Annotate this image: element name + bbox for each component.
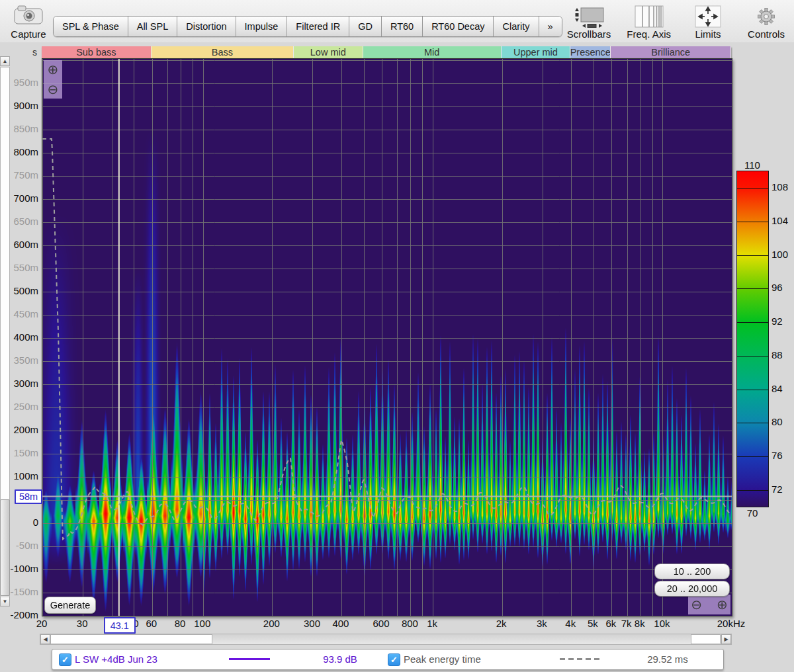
controls-label: Controls	[748, 28, 785, 40]
frequency-band-strip: Sub bassBassLow midMidUpper midPresenceB…	[42, 46, 731, 58]
colorbar-tick-label: 96	[772, 282, 783, 293]
colorbar-tick-label: 108	[772, 181, 788, 192]
x-tick-label: 30	[77, 618, 88, 629]
view-tab[interactable]: Filtered IR	[287, 17, 349, 36]
measurement-legend-bar: ✓ L SW +4dB Jun 23 93.9 dB ✓ Peak energy…	[52, 649, 724, 670]
range-button-20-20000[interactable]: 20 .. 20,000	[654, 581, 730, 597]
colorbar-tick-label: 100	[772, 249, 788, 260]
view-tab-bar: SPL & PhaseAll SPLDistortionImpulseFilte…	[53, 16, 562, 37]
colorbar-tick	[737, 423, 768, 423]
zoom-in-icon[interactable]: ⊕	[717, 598, 728, 611]
band-mid: Mid	[363, 46, 502, 58]
x-tick-label: 300	[304, 618, 320, 629]
x-tick-label: 7k	[621, 618, 632, 629]
colorbar-tick-label: 72	[772, 483, 783, 495]
x-tick-label: 200	[263, 618, 280, 629]
view-tab[interactable]: SPL & Phase	[54, 17, 128, 36]
x-tick-label: 20kHz	[717, 618, 746, 629]
x-tick-label: 10k	[654, 618, 670, 629]
colorbar-tick	[737, 390, 768, 390]
horizontal-scrollbar-thumb2[interactable]	[691, 634, 721, 644]
controls-tool[interactable]: Controls	[745, 5, 787, 40]
x-tick-label: 5k	[588, 618, 598, 629]
scrollbars-icon	[572, 5, 606, 28]
view-tab[interactable]: All SPL	[128, 17, 178, 36]
colorbar-tick-label: 80	[772, 416, 783, 427]
limits-label: Limits	[695, 28, 721, 40]
view-tab[interactable]: Impulse	[236, 17, 288, 36]
scrollbars-label: Scrollbars	[567, 28, 611, 40]
x-tick-label: 8k	[635, 618, 645, 629]
x-tick-label: 60	[146, 618, 157, 629]
colorbar-tick	[737, 288, 768, 289]
horizontal-scrollbar[interactable]: ◀ ▶	[40, 634, 732, 645]
colorbar-tick-label: 104	[772, 215, 788, 226]
cursor-frequency-label: 43.1	[104, 617, 136, 634]
x-tick-label: 100	[194, 618, 210, 629]
peak-energy-label: Peak energy time	[404, 653, 481, 665]
view-tab[interactable]: »	[539, 17, 562, 36]
view-tab[interactable]: RT60	[382, 17, 423, 36]
view-tab[interactable]: Distortion	[177, 17, 236, 36]
colorbar-tick	[737, 222, 768, 222]
scroll-right-icon: ▶	[724, 636, 728, 642]
scroll-down-button[interactable]: ▼	[0, 597, 10, 607]
range-button-10-200[interactable]: 10 .. 200	[654, 564, 730, 579]
view-tab[interactable]: GD	[349, 17, 382, 36]
view-tab[interactable]: RT60 Decay	[423, 17, 494, 36]
toolbar: Capture SPL & PhaseAll SPLDistortionImpu…	[0, 0, 794, 42]
limits-icon	[693, 5, 723, 28]
horizontal-scrollbar-thumb[interactable]	[50, 634, 212, 644]
colorbar-tick	[737, 490, 768, 491]
generate-button[interactable]: Generate	[44, 597, 96, 614]
measurement-line-swatch	[229, 658, 270, 660]
scrollbars-tool[interactable]: Scrollbars	[567, 5, 611, 40]
freq-axis-tool[interactable]: Freq. Axis	[627, 5, 671, 40]
spectrogram-plot[interactable]: ⊕ ⊖ ⊖ ⊕ Generate 10 .. 200 20 .. 20,000	[42, 58, 732, 616]
x-tick-label: 1k	[427, 618, 437, 629]
vertical-scrollbar-thumb[interactable]	[0, 499, 10, 596]
peak-energy-value: 29.52 ms	[635, 653, 701, 665]
peak-energy-line-swatch	[560, 658, 601, 660]
app-window: Capture SPL & PhaseAll SPLDistortionImpu…	[0, 0, 794, 672]
freq-axis-label: Freq. Axis	[627, 28, 671, 40]
gear-icon	[755, 5, 777, 28]
measurement-value: 93.9 dB	[307, 653, 373, 665]
peak-energy-checkbox[interactable]: ✓	[388, 653, 400, 666]
x-tick-label: 400	[332, 618, 349, 629]
x-tick-label: 800	[402, 618, 418, 629]
scroll-up-button[interactable]: ▲	[0, 56, 10, 66]
zoom-out-icon[interactable]: ⊖	[48, 83, 59, 96]
colorbar-tick	[737, 456, 768, 457]
band-brilliance: Brilliance	[611, 46, 731, 58]
scroll-up-icon: ▲	[3, 58, 8, 64]
scroll-right-button[interactable]: ▶	[721, 634, 731, 644]
colorbar-min-label: 70	[736, 507, 768, 519]
x-tick-label: 6k	[605, 618, 616, 629]
zoom-out-icon[interactable]: ⊖	[691, 598, 702, 611]
toolbar-right-tools: Scrollbars Freq. Axis	[567, 5, 787, 40]
band-sub-bass: Sub bass	[42, 46, 152, 58]
colorbar-max-label: 110	[736, 159, 768, 171]
spectrogram-canvas[interactable]	[42, 59, 732, 616]
capture-button[interactable]: Capture	[7, 4, 50, 40]
x-tick-label: 3k	[537, 618, 547, 629]
colorbar-tick	[737, 255, 768, 256]
measurement-label: L SW +4dB Jun 23	[75, 653, 157, 665]
view-tab[interactable]: Clarity	[494, 17, 539, 36]
measurement-checkbox[interactable]: ✓	[59, 653, 71, 666]
band-bass: Bass	[152, 46, 294, 58]
checkmark-icon: ✓	[390, 655, 398, 665]
colorbar-tick-label: 88	[772, 349, 783, 360]
colorbar-tick-label: 84	[772, 383, 783, 394]
scroll-left-button[interactable]: ◀	[40, 634, 50, 644]
colorbar-tick	[737, 188, 768, 189]
colorbar-tick-label: 76	[772, 450, 783, 461]
checkmark-icon: ✓	[62, 655, 69, 665]
vertical-scrollbar[interactable]: ▲ ▼	[0, 56, 11, 614]
band-upper-mid: Upper mid	[502, 46, 571, 58]
x-tick-label: 2k	[496, 618, 507, 629]
x-tick-label: 20	[36, 618, 48, 629]
zoom-in-icon[interactable]: ⊕	[48, 63, 59, 76]
limits-tool[interactable]: Limits	[687, 5, 729, 40]
